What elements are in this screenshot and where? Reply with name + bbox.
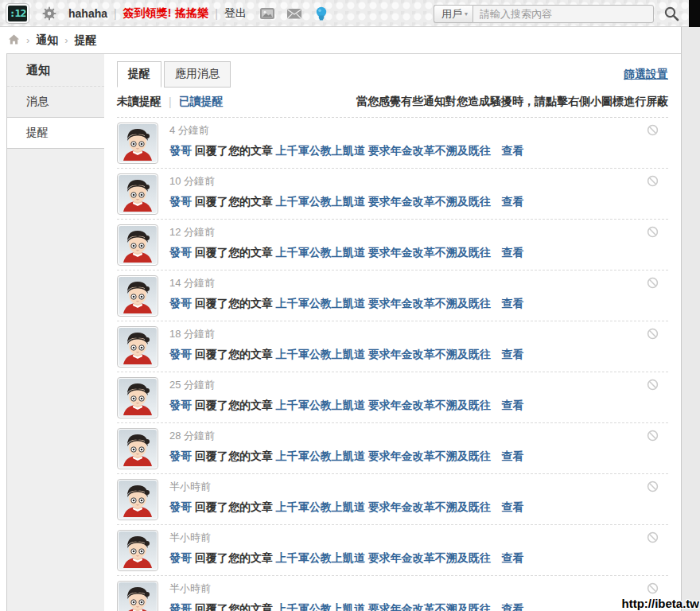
logout-link[interactable]: 登出 <box>224 6 247 21</box>
notification-row: 半小時前 發哥 回覆了您的文章 上千軍公教上凱道 要求年金改革不溯及既往 查看 <box>117 474 668 525</box>
notification-time: 18 分鐘前 <box>169 327 524 341</box>
thread-title-link[interactable]: 上千軍公教上凱道 要求年金改革不溯及既往 <box>276 246 491 259</box>
site-logo[interactable]: :12 <box>6 4 29 23</box>
block-icon[interactable] <box>647 531 659 543</box>
notification-message: 發哥 回覆了您的文章 上千軍公教上凱道 要求年金改革不溯及既往 查看 <box>169 296 524 311</box>
breadcrumb-reminder[interactable]: 提醒 <box>75 33 97 48</box>
block-icon[interactable] <box>647 430 659 442</box>
breadcrumb-separator: › <box>26 34 29 46</box>
notification-time: 4 分鐘前 <box>169 123 524 138</box>
thread-title-link[interactable]: 上千軍公教上凱道 要求年金改革不溯及既往 <box>276 449 491 462</box>
user-link[interactable]: 發哥 <box>169 551 192 564</box>
sidebar: 通知 消息 提醒 <box>6 53 104 611</box>
user-link[interactable]: 發哥 <box>169 602 192 611</box>
watermark: http://ibeta.tw <box>622 597 700 610</box>
notification-row: 10 分鐘前 發哥 回覆了您的文章 上千軍公教上凱道 要求年金改革不溯及既往 查… <box>117 169 668 220</box>
checkin-link[interactable]: 簽到領獎! <box>123 6 172 21</box>
thread-title-link[interactable]: 上千軍公教上凱道 要求年金改革不溯及既往 <box>276 348 491 360</box>
shake-link[interactable]: 搖搖樂 <box>175 6 208 21</box>
block-icon[interactable] <box>647 582 659 594</box>
notification-row: 18 分鐘前 發哥 回覆了您的文章 上千軍公教上凱道 要求年金改革不溯及既往 查… <box>117 321 668 372</box>
avatar[interactable] <box>117 224 158 266</box>
user-link[interactable]: 發哥 <box>169 500 192 513</box>
breadcrumb-notice[interactable]: 通知 <box>36 33 58 48</box>
image-icon[interactable] <box>259 6 275 21</box>
action-text: 回覆了您的文章 <box>195 602 273 611</box>
avatar[interactable] <box>117 326 158 368</box>
notification-time: 半小時前 <box>169 531 524 545</box>
avatar[interactable] <box>117 377 158 418</box>
filter-settings-link[interactable]: 篩選設置 <box>624 68 668 82</box>
avatar-boy-icon <box>119 582 157 611</box>
subtab-unread[interactable]: 未讀提醒 <box>117 95 161 109</box>
thread-title-link[interactable]: 上千軍公教上凱道 要求年金改革不溯及既往 <box>276 551 491 564</box>
avatar[interactable] <box>117 479 158 520</box>
action-text: 回覆了您的文章 <box>195 348 273 360</box>
block-icon[interactable] <box>647 175 659 187</box>
avatar-boy-icon <box>119 124 157 162</box>
user-link[interactable]: 發哥 <box>169 348 192 360</box>
tab-bar: 提醒 應用消息 篩選設置 <box>117 61 668 85</box>
username[interactable]: hahaha <box>68 7 107 20</box>
block-icon[interactable] <box>647 226 659 238</box>
home-icon[interactable] <box>8 33 20 45</box>
sidebar-item-messages[interactable]: 消息 <box>7 87 104 117</box>
search-scope-dropdown[interactable]: 用戶 ▾ <box>434 5 472 23</box>
action-text: 回覆了您的文章 <box>195 144 273 157</box>
notification-row: 4 分鐘前 發哥 回覆了您的文章 上千軍公教上凱道 要求年金改革不溯及既往 查看 <box>117 118 668 169</box>
avatar[interactable] <box>117 530 158 571</box>
view-link[interactable]: 查看 <box>502 500 524 513</box>
block-icon[interactable] <box>647 124 659 136</box>
block-icon[interactable] <box>647 328 659 340</box>
avatar[interactable] <box>117 275 158 317</box>
avatar[interactable] <box>117 581 158 611</box>
user-link[interactable]: 發哥 <box>169 399 192 411</box>
view-link[interactable]: 查看 <box>502 602 524 611</box>
mail-icon[interactable] <box>286 6 302 21</box>
notification-row: 半小時前 發哥 回覆了您的文章 上千軍公教上凱道 要求年金改革不溯及既往 查看 <box>117 576 668 611</box>
view-link[interactable]: 查看 <box>502 399 524 411</box>
thread-title-link[interactable]: 上千軍公教上凱道 要求年金改革不溯及既往 <box>276 144 491 157</box>
settings-gear-icon[interactable] <box>41 6 57 21</box>
user-link[interactable]: 發哥 <box>169 195 192 208</box>
user-link[interactable]: 發哥 <box>169 144 192 157</box>
view-link[interactable]: 查看 <box>502 144 524 157</box>
notification-message: 發哥 回覆了您的文章 上千軍公教上凱道 要求年金改革不溯及既往 查看 <box>169 449 524 464</box>
subtab-read[interactable]: 已讀提醒 <box>179 95 224 109</box>
notification-message: 發哥 回覆了您的文章 上千軍公教上凱道 要求年金改革不溯及既往 查看 <box>169 194 524 209</box>
notification-message: 發哥 回覆了您的文章 上千軍公教上凱道 要求年金改革不溯及既往 查看 <box>169 143 524 158</box>
divider: | <box>169 95 172 108</box>
view-link[interactable]: 查看 <box>502 551 524 564</box>
view-link[interactable]: 查看 <box>502 449 524 462</box>
action-text: 回覆了您的文章 <box>195 551 273 564</box>
notification-list: 4 分鐘前 發哥 回覆了您的文章 上千軍公教上凱道 要求年金改革不溯及既往 查看 <box>117 118 668 611</box>
notification-time: 14 分鐘前 <box>169 276 524 290</box>
search-icon[interactable] <box>663 6 679 21</box>
block-icon[interactable] <box>647 379 659 391</box>
notification-message: 發哥 回覆了您的文章 上千軍公教上凱道 要求年金改革不溯及既往 查看 <box>169 398 524 413</box>
block-icon[interactable] <box>647 277 659 289</box>
breadcrumb-separator: › <box>64 34 68 46</box>
thread-title-link[interactable]: 上千軍公教上凱道 要求年金改革不溯及既往 <box>276 602 491 611</box>
search-input[interactable] <box>472 5 654 23</box>
sidebar-item-reminders[interactable]: 提醒 <box>7 117 104 149</box>
user-link[interactable]: 發哥 <box>169 246 192 259</box>
block-icon[interactable] <box>647 481 659 492</box>
thread-title-link[interactable]: 上千軍公教上凱道 要求年金改革不溯及既往 <box>276 399 491 411</box>
view-link[interactable]: 查看 <box>502 348 524 360</box>
view-link[interactable]: 查看 <box>502 246 524 259</box>
action-text: 回覆了您的文章 <box>195 195 273 208</box>
thread-title-link[interactable]: 上千軍公教上凱道 要求年金改革不溯及既往 <box>276 195 491 208</box>
thread-title-link[interactable]: 上千軍公教上凱道 要求年金改革不溯及既往 <box>276 500 491 513</box>
tab-app-messages[interactable]: 應用消息 <box>164 61 231 88</box>
view-link[interactable]: 查看 <box>502 195 524 208</box>
user-link[interactable]: 發哥 <box>169 297 192 309</box>
lightbulb-icon[interactable] <box>313 6 329 21</box>
user-link[interactable]: 發哥 <box>169 449 192 462</box>
thread-title-link[interactable]: 上千軍公教上凱道 要求年金改革不溯及既往 <box>276 297 491 309</box>
view-link[interactable]: 查看 <box>502 297 524 309</box>
tab-reminders[interactable]: 提醒 <box>117 61 161 88</box>
avatar[interactable] <box>117 428 158 469</box>
avatar[interactable] <box>117 123 158 164</box>
avatar[interactable] <box>117 173 158 215</box>
